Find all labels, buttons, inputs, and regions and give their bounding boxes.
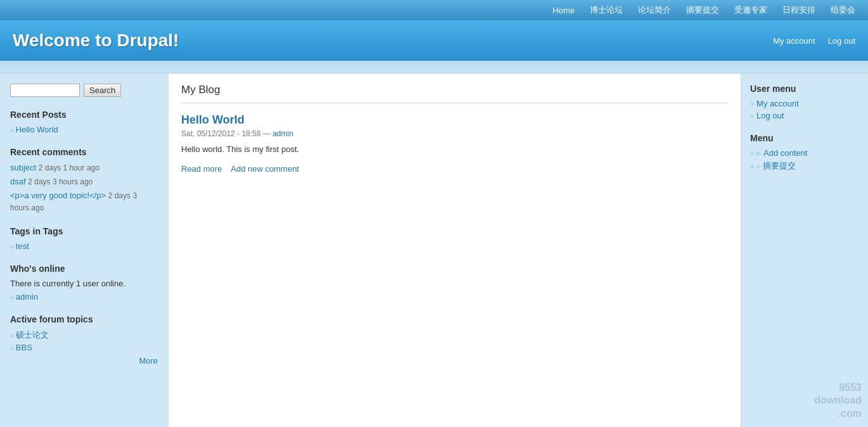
post-meta-separator: — [263,129,272,138]
whos-online-text: There is currently 1 user online. [10,279,158,288]
whos-online-section: Who's online There is currently 1 user o… [10,264,158,302]
post-meta: Sat, 05/12/2012 - 18:58 — admin [181,129,728,138]
user-menu-list: My account Log out [750,99,859,120]
list-item: ▷ Add content [750,148,859,158]
recent-posts-title: Recent Posts [10,110,158,120]
tags-list: test [10,241,158,251]
forum-item-bbs[interactable]: BBS [16,343,32,352]
recent-posts-section: Recent Posts Hello World [10,110,158,134]
list-item: test [10,241,158,251]
site-title: Welcome to Drupal! [13,30,179,51]
list-item: My account [750,99,859,108]
top-navigation: Home 博士论坛 论坛简介 摘要提交 受邀专家 日程安排 组委会 [0,0,868,20]
recent-comments-title: Recent comments [10,147,158,157]
read-more-link[interactable]: Read more [181,164,222,174]
list-item: 硕士论文 [10,329,158,341]
forum-item-shuoshi[interactable]: 硕士论文 [16,330,49,340]
comment-time-1: 2 days 1 hour ago [39,163,99,172]
active-forum-section: Active forum topics 硕士论文 BBS More [10,314,158,366]
comment-item-2: dsaf 2 days 3 hours ago [10,176,158,188]
list-item: admin [10,292,158,302]
zhaiyao-link[interactable]: 摘要提交 [763,160,796,172]
add-content-link[interactable]: Add content [763,148,807,158]
right-logout-link[interactable]: Log out [756,111,784,120]
comment-item-1: subject 2 days 1 hour ago [10,162,158,174]
right-sidebar: User menu My account Log out Menu ▷ Add … [741,73,868,427]
list-item: Log out [750,111,859,120]
comment-item-3: <p>a very good topic!</p> 2 days 3 hours… [10,190,158,213]
site-header: Welcome to Drupal! My account Log out [0,20,868,61]
search-button[interactable]: Search [84,84,121,97]
blog-post: Hello World Sat, 05/12/2012 - 18:58 — ad… [181,113,728,174]
nav-boshi[interactable]: 博士论坛 [590,4,623,16]
list-item: Hello World [10,125,158,134]
list-item: ○ 摘要提交 [750,160,859,172]
user-menu-title: User menu [750,84,859,94]
left-sidebar: Search Recent Posts Hello World Recent c… [0,73,168,427]
tags-section: Tags in Tags test [10,226,158,251]
content-inner: My Blog Hello World Sat, 05/12/2012 - 18… [169,73,741,184]
tags-title: Tags in Tags [10,226,158,236]
post-title-link[interactable]: Hello World [181,113,245,126]
comment-time-2: 2 days 3 hours ago [28,177,93,186]
triangle-icon: ▷ [756,150,761,156]
page-title-bar: My Blog [181,84,728,103]
header-logout-link[interactable]: Log out [828,36,855,46]
comment-link-2[interactable]: dsaf [10,177,26,186]
active-forum-list: 硕士论文 BBS [10,329,158,352]
circle-icon: ○ [756,163,760,170]
nav-zhaiyao[interactable]: 摘要提交 [686,4,719,16]
post-body: Hello world. This is my first post. [181,144,728,154]
add-comment-link[interactable]: Add new comment [231,164,299,174]
page-title: My Blog [181,84,728,96]
recent-post-helloworld[interactable]: Hello World [16,125,58,134]
header-myaccount-link[interactable]: My account [773,36,815,46]
online-user-admin[interactable]: admin [16,292,38,302]
nav-richeng[interactable]: 日程安排 [782,4,815,16]
whos-online-title: Who's online [10,264,158,274]
header-links: My account Log out [773,36,855,46]
search-input[interactable] [10,84,80,97]
right-myaccount-link[interactable]: My account [756,99,798,108]
comment-link-3[interactable]: <p>a very good topic!</p> [10,191,106,200]
post-author-link[interactable]: admin [272,129,293,138]
sub-navigation-bar [0,61,868,73]
menu-list: ▷ Add content ○ 摘要提交 [750,148,859,172]
comment-link-1[interactable]: subject [10,163,36,172]
nav-luntan[interactable]: 论坛简介 [638,4,671,16]
main-content: My Blog Hello World Sat, 05/12/2012 - 18… [168,73,741,427]
nav-zuweihui[interactable]: 组委会 [831,4,855,16]
active-forum-title: Active forum topics [10,314,158,324]
nav-zhuanjia[interactable]: 受邀专家 [734,4,767,16]
nav-home[interactable]: Home [552,6,575,15]
online-users-list: admin [10,292,158,302]
post-date: Sat, 05/12/2012 - 18:58 [181,129,260,138]
post-title: Hello World [181,113,728,127]
menu-section: Menu ▷ Add content ○ 摘要提交 [750,133,859,172]
recent-comments-section: Recent comments subject 2 days 1 hour ag… [10,147,158,213]
user-menu-section: User menu My account Log out [750,84,859,120]
menu-title: Menu [750,133,859,143]
search-box: Search [10,84,158,97]
tag-test[interactable]: test [16,241,29,251]
list-item: BBS [10,343,158,352]
recent-posts-list: Hello World [10,125,158,134]
more-link[interactable]: More [139,356,158,366]
post-links: Read more Add new comment [181,164,728,174]
main-wrapper: Search Recent Posts Hello World Recent c… [0,73,868,427]
